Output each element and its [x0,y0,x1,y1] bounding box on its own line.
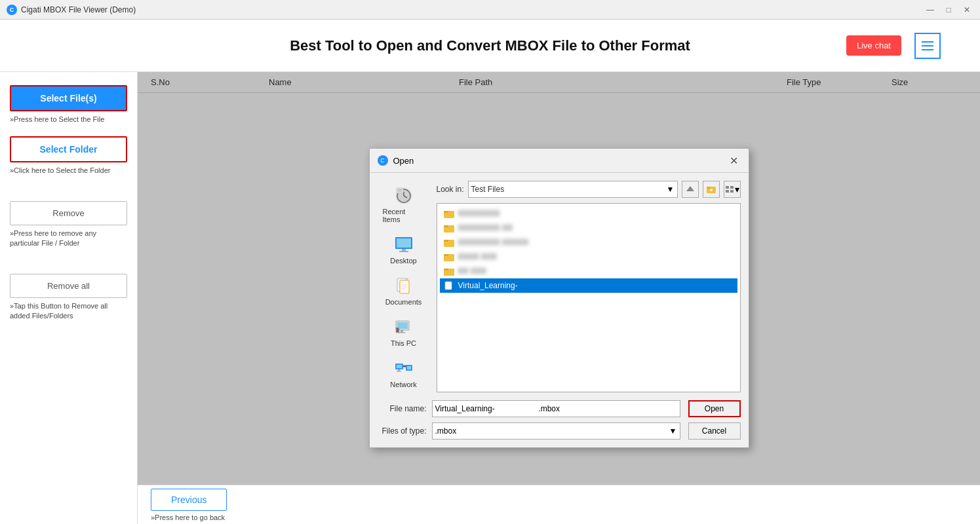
svg-rect-23 [401,330,403,332]
previous-button[interactable]: Previous [151,489,227,511]
svg-point-35 [404,365,406,367]
filename-label: File name: [378,404,427,413]
menu-line-1 [922,41,933,43]
menu-button[interactable] [914,33,941,59]
remove-hint: »Press here to remove any particular Fil… [10,229,127,249]
sidebar: Select File(s) »Press here to Select the… [0,72,138,524]
dialog-overlay: C Open ✕ [138,72,980,524]
lookin-dropdown-icon: ▼ [667,185,675,194]
file-name-3: XXXXXXXX XXXXX [458,238,528,247]
main-layout: Select File(s) »Press here to Select the… [0,72,980,524]
footer-cancel-buttons: Cancel [688,422,741,440]
folder-icon [444,208,454,219]
list-item[interactable]: XX XXX [440,264,737,278]
selected-file-name: Virtual_Learning- [458,281,518,290]
file-name-1: XXXXXXXX [458,209,500,218]
dialog-title: Open [393,156,414,166]
dialog-nav: Recent Items [378,181,430,392]
menu-line-3 [922,49,933,50]
lookin-label: Look in: [437,185,464,194]
nav-network-label: Network [390,381,416,388]
filetype-row: Files of type: .mbox ▼ Cancel [378,422,741,440]
close-button[interactable]: ✕ [960,3,973,16]
select-folder-button[interactable]: Select Folder [10,136,127,162]
folder-icon [444,223,454,233]
remove-button[interactable]: Remove [10,201,127,225]
open-button[interactable]: Open [688,400,741,417]
dialog-file-area: Look in: Test Files ▼ [437,181,741,392]
list-item[interactable]: XXXX XXX [440,250,737,264]
list-item[interactable]: XXXXXXXX [440,206,737,221]
filetype-select[interactable]: .mbox ▼ [432,422,680,440]
nav-network[interactable]: Network [378,354,430,392]
bottom-bar: Previous »Press here to go back [138,485,980,524]
maximize-button[interactable]: □ [942,3,955,16]
lookin-select[interactable]: Test Files ▼ [468,181,678,198]
svg-rect-45 [444,211,448,213]
content-area: S.No Name File Path File Type Size C Ope… [138,72,980,524]
svg-rect-29 [398,369,400,371]
svg-rect-51 [444,254,448,256]
svg-rect-42 [726,190,729,193]
file-icon [444,280,454,291]
open-dialog: C Open ✕ [369,148,749,448]
minimize-button[interactable]: — [924,3,937,16]
titlebar-title: Cigati MBOX File Viewer (Demo) [21,5,136,14]
nav-documents[interactable]: Documents [378,271,430,310]
filename-row: File name: Open [378,400,741,417]
documents-icon [392,275,416,296]
svg-rect-32 [407,366,411,369]
lookin-bar: Look in: Test Files ▼ [437,181,741,198]
desktop-icon [392,234,416,255]
list-item[interactable]: XXXXXXXX XXXXX [440,235,737,250]
filename-input[interactable] [432,400,680,417]
nav-desktop-label: Desktop [390,257,416,265]
dialog-titlebar: C Open ✕ [370,149,749,173]
svg-rect-24 [399,332,405,333]
dialog-footer: File name: Open Files of type: .mbox ▼ [370,400,749,447]
svg-rect-37 [707,187,711,189]
select-files-hint: »Press here to Select the File [10,115,127,124]
select-folder-hint: »Click here to Select the Folder [10,166,127,176]
list-item-selected[interactable]: Virtual_Learning- [440,278,737,293]
titlebar: C Cigati MBOX File Viewer (Demo) — □ ✕ [0,0,980,20]
app-logo: C [7,5,17,15]
dialog-close-button[interactable]: ✕ [728,154,741,167]
file-name-4: XXXX XXX [458,252,497,261]
previous-hint: »Press here to go back [151,514,227,521]
svg-rect-49 [444,240,448,242]
remove-all-button[interactable]: Remove all [10,274,127,298]
cancel-button[interactable]: Cancel [688,422,741,440]
file-list[interactable]: XXXXXXXX XXXXXXXX XX [437,203,741,392]
nav-up-button[interactable] [682,181,699,198]
svg-rect-9 [402,249,406,251]
svg-rect-10 [399,251,408,252]
new-folder-button[interactable] [703,181,720,198]
recent-items-icon [392,185,416,206]
svg-rect-43 [730,190,734,193]
view-options-button[interactable]: ▾ [724,181,741,198]
svg-rect-8 [397,238,411,248]
nav-this-pc[interactable]: This PC [378,312,430,351]
svg-rect-28 [397,365,402,368]
dialog-logo-icon: C [378,155,388,166]
filetype-value: .mbox [435,426,457,436]
file-name-5: XX XXX [458,267,486,276]
list-item[interactable]: XXXXXXXX XX [440,221,737,235]
window-controls: — □ ✕ [924,3,973,16]
svg-rect-40 [726,186,729,189]
folder-icon [444,252,454,262]
network-icon [392,358,416,379]
remove-all-hint: »Tap this Button to Remove all added Fil… [10,301,127,322]
dialog-body: Recent Items [370,173,749,400]
live-chat-button[interactable]: Live chat [846,35,901,56]
svg-rect-53 [444,269,448,271]
svg-rect-4 [397,188,403,193]
select-files-button[interactable]: Select File(s) [10,85,127,111]
app-header: Best Tool to Open and Convert MBOX File … [0,20,980,72]
nav-this-pc-label: This PC [391,339,416,347]
nav-desktop[interactable]: Desktop [378,230,430,269]
previous-section: Previous »Press here to go back [151,489,227,521]
lookin-value: Test Files [471,185,505,194]
nav-recent-items[interactable]: Recent Items [378,181,430,227]
